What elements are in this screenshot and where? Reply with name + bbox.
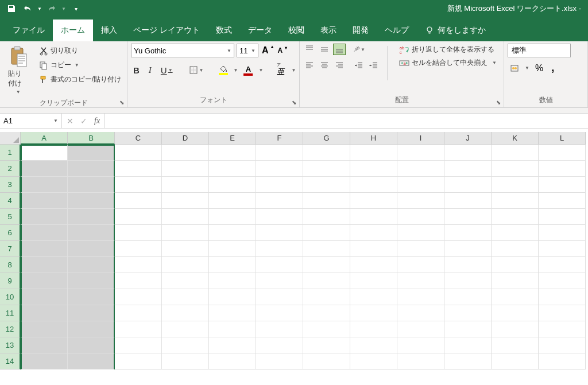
cell-F6[interactable]	[256, 225, 303, 241]
cell-J11[interactable]	[444, 305, 492, 321]
tab-view[interactable]: 表示	[312, 20, 345, 41]
cell-I5[interactable]	[397, 209, 444, 225]
cell-I2[interactable]	[397, 161, 444, 177]
cell-K11[interactable]	[492, 305, 539, 321]
cell-E1[interactable]	[209, 145, 256, 161]
comma-button[interactable]: ,	[549, 61, 556, 75]
cell-C12[interactable]	[115, 321, 162, 337]
font-color-button[interactable]: A	[242, 65, 254, 76]
cell-D1[interactable]	[162, 145, 209, 161]
cell-F10[interactable]	[256, 289, 303, 305]
alignment-launcher[interactable]: ⬊	[494, 98, 502, 106]
cell-K5[interactable]	[492, 209, 539, 225]
cell-A13[interactable]	[21, 337, 68, 353]
number-format-select[interactable]: 標準	[508, 44, 571, 57]
cell-F13[interactable]	[256, 337, 303, 353]
cell-E6[interactable]	[209, 225, 256, 241]
cell-B8[interactable]	[68, 257, 115, 273]
cell-I3[interactable]	[397, 177, 444, 193]
cell-L13[interactable]	[539, 337, 586, 353]
cell-L7[interactable]	[539, 241, 586, 257]
cell-J7[interactable]	[444, 241, 492, 257]
cell-H2[interactable]	[350, 161, 397, 177]
insert-function-button[interactable]: fx	[94, 116, 100, 126]
cell-A11[interactable]	[21, 305, 68, 321]
cell-K14[interactable]	[492, 353, 539, 370]
row-header-9[interactable]: 9	[0, 273, 21, 289]
cell-F5[interactable]	[256, 209, 303, 225]
col-header-J[interactable]: J	[444, 132, 492, 145]
cell-K8[interactable]	[492, 257, 539, 273]
cell-K6[interactable]	[492, 225, 539, 241]
font-launcher[interactable]: ⬊	[290, 98, 298, 106]
cell-E11[interactable]	[209, 305, 256, 321]
cell-H8[interactable]	[350, 257, 397, 273]
cell-G1[interactable]	[303, 145, 350, 161]
cell-H13[interactable]	[350, 337, 397, 353]
cell-G11[interactable]	[303, 305, 350, 321]
undo-dropdown[interactable]: ▼	[37, 2, 42, 15]
cell-E2[interactable]	[209, 161, 256, 177]
enter-formula-button[interactable]: ✓	[80, 116, 87, 126]
cell-I12[interactable]	[397, 321, 444, 337]
cell-A2[interactable]	[21, 161, 68, 177]
cell-J8[interactable]	[444, 257, 492, 273]
accounting-format-button[interactable]	[508, 63, 521, 74]
tab-review[interactable]: 校閲	[280, 20, 312, 41]
cell-E3[interactable]	[209, 177, 256, 193]
cell-L5[interactable]	[539, 209, 586, 225]
align-right-button[interactable]	[333, 60, 346, 71]
cell-A4[interactable]	[21, 193, 68, 209]
cell-K12[interactable]	[492, 321, 539, 337]
row-header-1[interactable]: 1	[0, 145, 21, 161]
borders-button[interactable]: ▼	[187, 64, 206, 76]
cell-C4[interactable]	[115, 193, 162, 209]
cell-C8[interactable]	[115, 257, 162, 273]
redo-dropdown[interactable]: ▼	[61, 2, 67, 15]
cell-H14[interactable]	[350, 353, 397, 370]
cell-B10[interactable]	[68, 289, 115, 305]
cell-G2[interactable]	[303, 161, 350, 177]
cell-B1[interactable]	[68, 145, 115, 161]
cell-H1[interactable]	[350, 145, 397, 161]
cell-C3[interactable]	[115, 177, 162, 193]
cell-L11[interactable]	[539, 305, 586, 321]
increase-font-button[interactable]: A▴	[261, 45, 270, 56]
cell-I6[interactable]	[397, 225, 444, 241]
cell-B9[interactable]	[68, 273, 115, 289]
italic-button[interactable]: I	[146, 64, 154, 76]
col-header-C[interactable]: C	[115, 132, 162, 145]
row-header-6[interactable]: 6	[0, 225, 21, 241]
cell-C1[interactable]	[115, 145, 162, 161]
cell-E14[interactable]	[209, 353, 256, 370]
cell-K3[interactable]	[492, 177, 539, 193]
col-header-I[interactable]: I	[397, 132, 444, 145]
cell-F14[interactable]	[256, 353, 303, 370]
decrease-indent-button[interactable]	[353, 60, 365, 71]
cell-F7[interactable]	[256, 241, 303, 257]
formula-input[interactable]	[105, 114, 588, 128]
undo-button[interactable]	[21, 2, 34, 15]
cell-J10[interactable]	[444, 289, 492, 305]
cell-L1[interactable]	[539, 145, 586, 161]
cell-G7[interactable]	[303, 241, 350, 257]
qat-customize[interactable]: ▾	[69, 2, 83, 15]
cell-H4[interactable]	[350, 193, 397, 209]
cell-A12[interactable]	[21, 321, 68, 337]
cell-A9[interactable]	[21, 273, 68, 289]
cell-J12[interactable]	[444, 321, 492, 337]
cell-K4[interactable]	[492, 193, 539, 209]
cell-G13[interactable]	[303, 337, 350, 353]
cell-J14[interactable]	[444, 353, 492, 370]
cell-C13[interactable]	[115, 337, 162, 353]
clipboard-launcher[interactable]: ⬊	[118, 98, 126, 106]
cell-L3[interactable]	[539, 177, 586, 193]
cell-F8[interactable]	[256, 257, 303, 273]
cell-D5[interactable]	[162, 209, 209, 225]
cell-B11[interactable]	[68, 305, 115, 321]
cell-K10[interactable]	[492, 289, 539, 305]
tab-data[interactable]: データ	[240, 20, 280, 41]
cell-C6[interactable]	[115, 225, 162, 241]
copy-button[interactable]: コピー ▼	[37, 59, 123, 71]
fill-color-button[interactable]	[218, 65, 229, 75]
